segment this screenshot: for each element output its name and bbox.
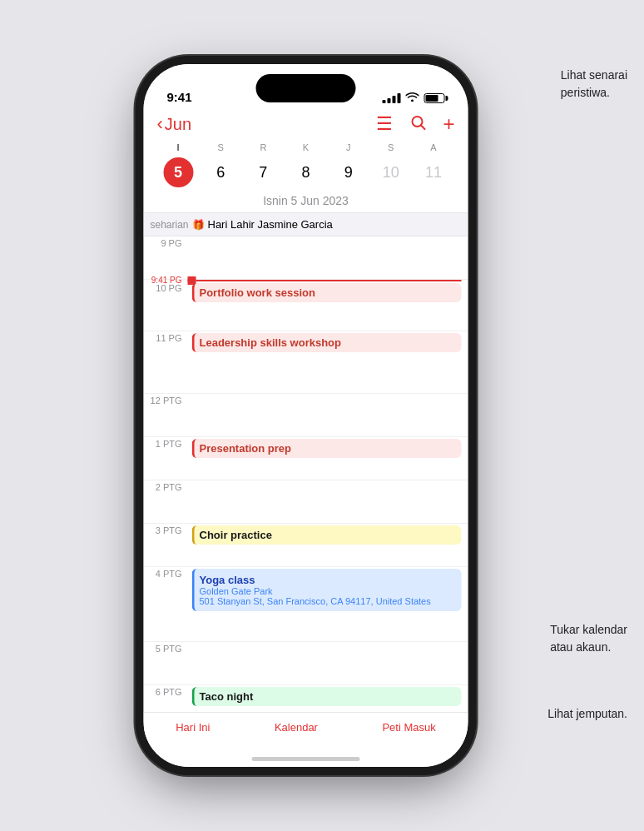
event-taco-night[interactable]: Taco night [192, 687, 462, 706]
time-content-yoga: Yoga class Golden Gate Park 501 Stanyan … [189, 567, 468, 641]
time-content-portfolio: Portfolio work session [189, 281, 468, 331]
annotation-bottom-right-inbox: Lihat jemputan. [547, 705, 627, 723]
annotation-top-right: Lihat senarai peristiwa. [561, 67, 627, 102]
day-label-2: R [242, 142, 285, 152]
event-choir-practice[interactable]: Choir practice [192, 525, 462, 545]
event-yoga-subtitle: Golden Gate Park [200, 586, 457, 596]
time-label-9pg: 9 PG [144, 236, 189, 279]
allday-row: seharian 🎁 Hari Lahir Jasmine Garcia [144, 213, 468, 236]
event-taco-title: Taco night [200, 690, 457, 703]
time-label-10pg: 10 PG [144, 281, 189, 331]
signal-bar-3 [393, 96, 396, 103]
battery-fill [426, 95, 438, 102]
nav-calendar[interactable]: Kalendar [275, 721, 318, 734]
time-label-1ptg: 1 PTG [144, 437, 189, 480]
day-label-0: I [157, 142, 200, 152]
day-label-5: S [369, 142, 412, 152]
time-label-6ptg: 6 PTG [144, 685, 189, 712]
time-slot-4ptg: 4 PTG Yoga class Golden Gate Park 501 St… [144, 567, 468, 642]
wifi-icon [406, 92, 419, 104]
home-bar [252, 757, 360, 761]
allday-label: seharian [151, 219, 192, 231]
back-chevron-icon: ‹ [157, 113, 163, 135]
status-icons [383, 92, 445, 104]
bottom-nav: Hari Ini Kalendar Peti Masuk [144, 712, 468, 750]
time-label-3ptg: 3 PTG [144, 524, 189, 566]
date-today[interactable]: 5 [163, 157, 193, 187]
signal-bar-4 [398, 93, 401, 103]
month-back-button[interactable]: ‹ Jun [157, 113, 192, 135]
event-presentation-title: Presentation prep [200, 442, 457, 455]
event-portfolio-title: Portfolio work session [200, 286, 457, 299]
signal-bar-2 [388, 98, 391, 103]
time-slot-3ptg: 3 PTG Choir practice [144, 524, 468, 567]
time-slot-6ptg: 6 PTG Taco night [144, 685, 468, 712]
time-slot-5ptg: 5 PTG [144, 642, 468, 685]
event-yoga-title: Yoga class [200, 574, 457, 586]
time-content-9pg [189, 236, 468, 279]
event-leadership-title: Leadership skills workshop [200, 336, 457, 349]
svg-line-1 [421, 125, 425, 129]
time-content-5ptg [189, 642, 468, 684]
current-time-section: 9:41 PG 10 PG Portfolio work session [144, 280, 468, 331]
phone-frame: 9:41 [144, 64, 468, 767]
time-slot-11pg: 11 PG Leadership skills workshop [144, 331, 468, 394]
date-6[interactable]: 6 [200, 157, 242, 187]
date-8[interactable]: 8 [285, 157, 327, 187]
day-label-1: S [200, 142, 242, 152]
event-presentation-prep[interactable]: Presentation prep [192, 439, 462, 458]
time-content-12ptg [189, 394, 468, 436]
allday-event-text: Hari Lahir Jasmine Garcia [208, 218, 333, 231]
event-yoga-class[interactable]: Yoga class Golden Gate Park 501 Stanyan … [192, 569, 462, 611]
date-9[interactable]: 9 [327, 157, 369, 187]
time-slot-2ptg: 2 PTG [144, 480, 468, 524]
list-view-button[interactable]: ☰ [376, 113, 393, 135]
nav-inbox[interactable]: Peti Masuk [382, 721, 435, 734]
time-label-11pg: 11 PG [144, 331, 189, 393]
time-slot-9pg: 9 PG [144, 236, 468, 280]
current-month-label: Jun [165, 115, 191, 134]
annotation-bottom-right-calendar: Tukar kalendar atau akaun. [550, 621, 627, 656]
time-content-3ptg: Choir practice [189, 524, 468, 566]
event-choir-title: Choir practice [200, 529, 457, 541]
time-slot-12ptg: 12 PTG [144, 394, 468, 437]
event-yoga-address: 501 Stanyan St, San Francisco, CA 94117,… [200, 596, 457, 606]
battery-icon [424, 93, 445, 103]
time-slot-1ptg: 1 PTG Presentation prep [144, 437, 468, 480]
allday-event[interactable]: 🎁 Hari Lahir Jasmine Garcia [192, 218, 333, 231]
time-label-2ptg: 2 PTG [144, 480, 189, 523]
nav-today[interactable]: Hari Ini [176, 721, 210, 734]
home-indicator [144, 750, 468, 767]
time-content-1ptg: Presentation prep [189, 437, 468, 480]
time-label-4ptg: 4 PTG [144, 567, 189, 641]
dynamic-island [256, 74, 356, 102]
signal-bars-icon [383, 93, 401, 103]
time-slot-portfolio: 10 PG Portfolio work session [144, 281, 468, 331]
week-day-labels: I S R K J S A [157, 142, 455, 152]
calendar-nav: ‹ Jun ☰ + [157, 112, 455, 136]
current-day-label: Isnin 5 Jun 2023 [157, 194, 455, 207]
day-label-6: A [412, 142, 454, 152]
date-7[interactable]: 7 [242, 157, 285, 187]
calendar-header: ‹ Jun ☰ + [144, 109, 468, 212]
app-wrapper: Lihat senarai peristiwa. Tukar kalendar … [0, 0, 644, 831]
event-leadership-workshop[interactable]: Leadership skills workshop [192, 333, 462, 352]
calendar-toolbar: ☰ + [376, 112, 454, 136]
day-label-4: J [327, 142, 369, 152]
time-content-11pg: Leadership skills workshop [189, 331, 468, 393]
event-portfolio-work[interactable]: Portfolio work session [192, 283, 462, 302]
time-content-taco: Taco night [189, 685, 468, 712]
time-label-12ptg: 12 PTG [144, 394, 189, 436]
signal-bar-1 [383, 100, 386, 103]
time-label-5ptg: 5 PTG [144, 642, 189, 684]
phone-screen: 9:41 [144, 64, 468, 767]
status-time: 9:41 [167, 90, 192, 104]
time-content-2ptg [189, 480, 468, 523]
week-dates: 5 6 7 8 9 10 11 [157, 157, 455, 187]
date-11[interactable]: 11 [412, 157, 454, 187]
date-10[interactable]: 10 [369, 157, 412, 187]
search-button[interactable] [409, 114, 426, 135]
add-event-button[interactable]: + [443, 112, 454, 136]
birthday-icon: 🎁 [192, 219, 205, 231]
timeline[interactable]: seharian 🎁 Hari Lahir Jasmine Garcia 9 P… [144, 213, 468, 712]
